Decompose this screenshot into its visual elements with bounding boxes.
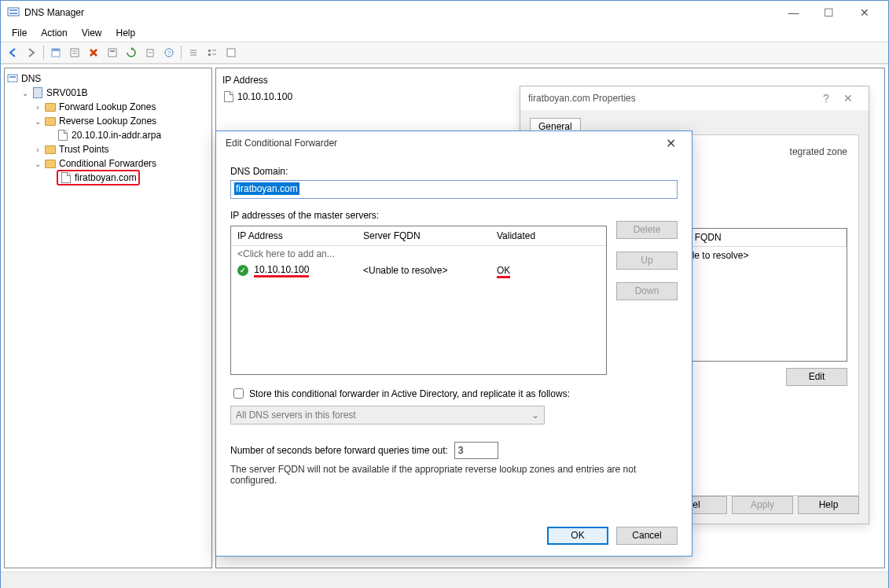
master-servers-list[interactable]: IP Address Server FQDN Validated <Click … bbox=[230, 226, 607, 375]
replication-scope-select: All DNS servers in this forest ⌄ bbox=[230, 406, 545, 424]
delete-icon[interactable] bbox=[85, 44, 102, 61]
cancel-button[interactable]: Cancel bbox=[616, 527, 678, 545]
edit-conditional-forwarder-dialog: Edit Conditional Forwarder ✕ DNS Domain:… bbox=[215, 130, 692, 557]
properties-title: firatboyan.com Properties bbox=[528, 93, 817, 104]
tree-reverse-zone-item[interactable]: 20.10.10.in-addr.arpa bbox=[6, 128, 210, 142]
folder-icon bbox=[44, 143, 57, 156]
app-icon bbox=[7, 6, 20, 19]
edit-button[interactable]: Edit bbox=[786, 368, 847, 386]
tree-root[interactable]: DNS bbox=[6, 72, 210, 86]
collapse-icon[interactable]: ⌄ bbox=[31, 115, 44, 127]
properties-icon[interactable] bbox=[104, 44, 121, 61]
menu-view[interactable]: View bbox=[75, 26, 108, 40]
dns-domain-input[interactable]: firatboyan.com bbox=[230, 180, 678, 199]
zone-icon bbox=[57, 129, 69, 141]
column-ip[interactable]: IP Address bbox=[231, 226, 357, 245]
ok-button[interactable]: OK bbox=[547, 527, 608, 545]
list-icon[interactable] bbox=[185, 44, 202, 61]
dns-root-icon bbox=[6, 72, 19, 85]
export-icon[interactable] bbox=[141, 44, 159, 61]
tree-cond-forwarder-item[interactable]: firatboyan.com bbox=[6, 171, 210, 185]
close-icon[interactable]: ✕ bbox=[659, 136, 682, 151]
minimize-button[interactable]: — bbox=[776, 2, 811, 24]
timeout-input[interactable] bbox=[454, 442, 498, 459]
back-icon[interactable] bbox=[4, 44, 21, 61]
details-icon[interactable] bbox=[204, 44, 221, 61]
dns-domain-label: DNS Domain: bbox=[230, 166, 678, 177]
check-icon: ✓ bbox=[237, 265, 248, 276]
menu-action[interactable]: Action bbox=[35, 26, 73, 40]
window-title: DNS Manager bbox=[24, 7, 776, 18]
tree-forward-zones[interactable]: › Forward Lookup Zones bbox=[6, 100, 210, 114]
tree-server[interactable]: ⌄ SRV001B bbox=[6, 86, 210, 100]
server-icon bbox=[31, 86, 44, 99]
edit-dialog-titlebar: Edit Conditional Forwarder ✕ bbox=[216, 131, 692, 155]
chevron-down-icon: ⌄ bbox=[531, 410, 539, 421]
help-button[interactable]: ? bbox=[817, 92, 836, 105]
column-fqdn[interactable]: Server FQDN bbox=[357, 226, 490, 245]
svg-rect-5 bbox=[71, 49, 79, 57]
expand-icon[interactable]: › bbox=[31, 143, 44, 156]
menu-help[interactable]: Help bbox=[110, 26, 142, 40]
toolbar: ? bbox=[1, 42, 888, 64]
close-icon[interactable]: ✕ bbox=[836, 92, 861, 105]
svg-rect-21 bbox=[8, 75, 17, 82]
svg-text:?: ? bbox=[167, 50, 171, 57]
menu-file[interactable]: File bbox=[6, 26, 33, 40]
close-button[interactable]: ✕ bbox=[847, 2, 882, 24]
expand-icon[interactable]: › bbox=[31, 101, 44, 113]
ip-icon bbox=[222, 90, 235, 103]
tree-reverse-zones[interactable]: ⌄ Reverse Lookup Zones bbox=[6, 114, 210, 128]
tree-conditional-forwarders[interactable]: ⌄ Conditional Forwarders bbox=[6, 156, 210, 171]
svg-rect-17 bbox=[208, 53, 211, 56]
svg-rect-16 bbox=[208, 50, 211, 52]
down-button[interactable]: Down bbox=[616, 282, 678, 300]
dns-manager-window: DNS Manager — ☐ ✕ File Action View Help … bbox=[0, 0, 889, 588]
filter-icon[interactable] bbox=[222, 44, 240, 61]
add-ip-row[interactable]: <Click here to add an... bbox=[231, 246, 606, 262]
svg-rect-9 bbox=[110, 50, 115, 52]
store-in-ad-checkbox[interactable] bbox=[233, 388, 244, 399]
options-icon[interactable] bbox=[66, 44, 83, 61]
svg-rect-1 bbox=[9, 9, 17, 11]
forward-icon[interactable] bbox=[23, 44, 40, 61]
folder-icon bbox=[44, 101, 57, 113]
statusbar bbox=[1, 571, 888, 588]
store-in-ad-label: Store this conditional forwarder in Acti… bbox=[249, 388, 570, 399]
svg-rect-4 bbox=[52, 49, 60, 51]
master-server-row[interactable]: ✓ 10.10.10.100 <Unable to resolve> OK bbox=[231, 262, 606, 278]
properties-titlebar: firatboyan.com Properties ? ✕ bbox=[520, 86, 869, 110]
maximize-button[interactable]: ☐ bbox=[811, 2, 847, 24]
tree-panel: DNS ⌄ SRV001B › Forward Lookup Zones ⌄ R… bbox=[4, 68, 212, 568]
help-icon[interactable]: ? bbox=[160, 44, 178, 61]
fqdn-note: The server FQDN will not be available if… bbox=[230, 464, 670, 486]
collapse-icon[interactable]: ⌄ bbox=[31, 157, 44, 170]
apply-button[interactable]: Apply bbox=[732, 496, 793, 514]
delete-button[interactable]: Delete bbox=[616, 221, 678, 239]
refresh-icon[interactable] bbox=[123, 44, 140, 61]
svg-rect-8 bbox=[108, 49, 116, 57]
svg-rect-2 bbox=[9, 13, 17, 14]
svg-rect-0 bbox=[8, 8, 19, 16]
up-icon[interactable] bbox=[47, 44, 64, 61]
master-servers-label: IP addresses of the master servers: bbox=[230, 210, 678, 221]
svg-rect-20 bbox=[227, 49, 235, 57]
forwarder-icon bbox=[60, 171, 72, 184]
column-validated[interactable]: Validated bbox=[490, 226, 585, 245]
timeout-label: Number of seconds before forward queries… bbox=[230, 445, 448, 456]
tree-trust-points[interactable]: › Trust Points bbox=[6, 142, 210, 156]
up-button[interactable]: Up bbox=[616, 252, 678, 270]
help-button[interactable]: Help bbox=[798, 496, 859, 514]
collapse-icon[interactable]: ⌄ bbox=[19, 86, 31, 99]
folder-icon bbox=[44, 115, 57, 127]
menubar: File Action View Help bbox=[1, 24, 888, 42]
svg-rect-22 bbox=[9, 76, 16, 78]
edit-dialog-title: Edit Conditional Forwarder bbox=[226, 138, 659, 149]
titlebar: DNS Manager — ☐ ✕ bbox=[1, 1, 888, 24]
folder-icon bbox=[44, 157, 57, 170]
